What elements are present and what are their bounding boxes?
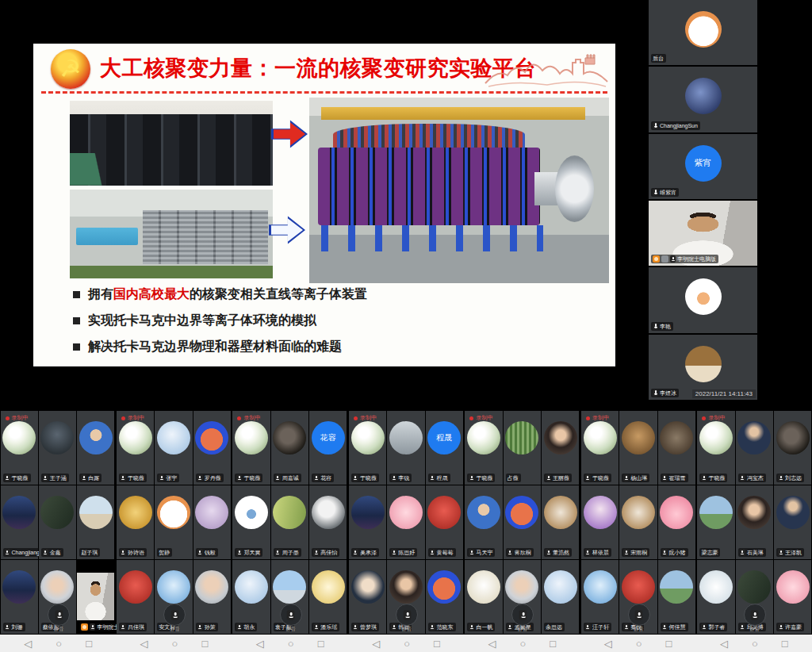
participant-tile[interactable]: 周子墨 bbox=[271, 485, 308, 559]
participant-name-chip: 李煜冰 bbox=[651, 389, 679, 397]
recents-icon[interactable]: □ bbox=[86, 638, 92, 650]
home-icon[interactable]: ○ bbox=[636, 638, 642, 650]
participant-tile[interactable]: 王泽凯 bbox=[774, 485, 811, 559]
participant-tile[interactable]: 周嘉诚 bbox=[271, 411, 308, 485]
participant-tile[interactable]: 刘珊 bbox=[1, 560, 38, 634]
back-icon[interactable]: ◁ bbox=[24, 638, 32, 650]
participant-tile[interactable]: 林依晨 bbox=[581, 485, 619, 559]
participant-tile[interactable]: 汪子轩 bbox=[581, 560, 619, 634]
participant-tile[interactable]: 李锐 bbox=[387, 411, 424, 485]
home-icon[interactable]: ○ bbox=[519, 638, 526, 650]
back-icon[interactable]: ◁ bbox=[140, 638, 148, 650]
participant-tile[interactable]: 李明院士电脑… bbox=[77, 560, 114, 634]
mute-button[interactable]: 静音 bbox=[280, 604, 302, 626]
participant-tile[interactable]: 霍瑞雪 bbox=[658, 411, 695, 485]
participant-tile[interactable]: ChangjiangSun bbox=[1, 485, 38, 559]
sidebar-participant-tile[interactable]: 紫宵维紫宵 bbox=[649, 134, 757, 199]
participant-tile[interactable]: 冯宝杰 bbox=[736, 411, 773, 485]
recents-icon[interactable]: □ bbox=[434, 638, 440, 650]
participant-tile[interactable]: 程晟程晟 bbox=[426, 411, 463, 485]
participant-tile[interactable]: 录制中于晓薇 bbox=[697, 411, 734, 485]
participant-tile[interactable]: 刘志远 bbox=[774, 411, 811, 485]
recents-icon[interactable]: □ bbox=[550, 638, 556, 650]
participant-tile[interactable]: 录制中于晓薇 bbox=[1, 411, 38, 485]
recents-icon[interactable]: □ bbox=[201, 638, 208, 650]
bullet-item: 拥有国内高校最大的核聚变相关直线等离子体装置 bbox=[73, 286, 367, 303]
participant-name-chip: 王子涵 bbox=[41, 474, 69, 482]
participant-tile[interactable]: 石美琳 bbox=[736, 485, 773, 559]
recents-icon[interactable]: □ bbox=[666, 638, 672, 650]
sidebar-participant-tile[interactable]: ChangjiangSun bbox=[649, 67, 757, 132]
participant-tile[interactable]: 金鑫 bbox=[39, 485, 76, 559]
participant-tile[interactable]: 黄莓莓 bbox=[426, 485, 463, 559]
recording-badge: 录制中 bbox=[702, 414, 725, 422]
recents-icon[interactable]: □ bbox=[782, 638, 788, 650]
participant-tile[interactable]: 录制中于晓薇 bbox=[581, 411, 619, 485]
sidebar-participant-tile[interactable]: 李明院士电脑版 bbox=[649, 201, 757, 266]
back-icon[interactable]: ◁ bbox=[256, 638, 264, 650]
participant-tile[interactable]: 阮小猪 bbox=[658, 485, 695, 559]
back-icon[interactable]: ◁ bbox=[488, 638, 496, 650]
participant-tile[interactable]: 录制中于晓薇 bbox=[117, 411, 154, 485]
participant-tile[interactable]: 陈思妤 bbox=[387, 485, 424, 559]
home-icon[interactable]: ○ bbox=[288, 638, 294, 650]
participant-tile[interactable]: 王丽薇 bbox=[542, 411, 579, 485]
skypeople-avatar bbox=[273, 570, 306, 604]
sidebar-participant-tile[interactable]: 李艳 bbox=[649, 267, 757, 332]
home-icon[interactable]: ○ bbox=[752, 638, 758, 650]
participant-tile[interactable]: 高佳怡 bbox=[309, 485, 347, 559]
participant-tile[interactable]: 贺静 bbox=[155, 485, 192, 559]
participant-tile[interactable]: 宋雨桐 bbox=[619, 485, 657, 559]
participant-tile[interactable]: 梁志豪 bbox=[697, 485, 734, 559]
participant-tile[interactable]: 录制中于晓薇 bbox=[465, 411, 502, 485]
participant-name: 刘珊 bbox=[12, 623, 23, 631]
participant-tile[interactable]: 罗丹薇 bbox=[193, 411, 231, 485]
participant-tile[interactable]: 董浩然 bbox=[542, 485, 579, 559]
participant-tile[interactable]: 录制中于晓薇 bbox=[232, 411, 270, 485]
participant-tile[interactable]: 录制中于晓薇 bbox=[349, 411, 386, 485]
home-icon[interactable]: ○ bbox=[172, 638, 178, 650]
participant-tile[interactable]: 何佳慧 bbox=[658, 560, 695, 634]
sidebar-participant-tile[interactable]: 李煜冰2022/11/21 14:11:43 bbox=[649, 335, 757, 400]
participant-gallery: 录制中于晓薇王子涵白露录制中于晓薇张宇罗丹薇录制中于晓薇周嘉诚花容花容录制中于晓… bbox=[0, 411, 812, 635]
participant-tile[interactable]: 张宇 bbox=[155, 411, 192, 485]
citynight-avatar bbox=[2, 496, 36, 529]
participant-tile[interactable]: 余思远 bbox=[542, 560, 579, 634]
back-icon[interactable]: ◁ bbox=[372, 638, 380, 650]
mute-button[interactable]: 静音 bbox=[396, 604, 418, 626]
home-icon[interactable]: ○ bbox=[404, 638, 410, 650]
participant-tile[interactable]: 郭子睿 bbox=[697, 560, 734, 634]
flower-avatar bbox=[351, 421, 385, 454]
participant-tile[interactable]: 曾梦琪 bbox=[349, 560, 386, 634]
participant-tile[interactable]: 赵子琪 bbox=[77, 485, 114, 559]
mute-button[interactable]: 静音 bbox=[628, 604, 650, 626]
participant-tile[interactable]: 许嘉豪 bbox=[774, 560, 811, 634]
participant-tile[interactable]: 吕佳琪 bbox=[117, 560, 154, 634]
sidebar-participant-tile[interactable]: 后台 bbox=[649, 0, 757, 65]
participant-tile[interactable]: 孙诗语 bbox=[117, 485, 154, 559]
participant-tile[interactable]: 钱毅 bbox=[193, 485, 231, 559]
mute-button[interactable]: 静音 bbox=[744, 604, 766, 626]
recents-icon[interactable]: □ bbox=[318, 638, 324, 650]
participant-tile[interactable]: 胡永 bbox=[232, 560, 270, 634]
back-icon[interactable]: ◁ bbox=[604, 638, 612, 650]
mic-icon bbox=[751, 610, 759, 620]
back-icon[interactable]: ◁ bbox=[720, 638, 728, 650]
participant-tile[interactable]: 花容花容 bbox=[309, 411, 347, 485]
participant-tile[interactable]: 王子涵 bbox=[39, 411, 76, 485]
participant-tile[interactable]: 郑天翼 bbox=[232, 485, 270, 559]
participant-name: 郭子睿 bbox=[708, 623, 725, 631]
participant-tile[interactable]: 范晓东 bbox=[426, 560, 463, 634]
participant-tile[interactable]: 蒋欣桐 bbox=[504, 485, 541, 559]
participant-tile[interactable]: 白露 bbox=[77, 411, 114, 485]
participant-tile[interactable]: 孙策 bbox=[193, 560, 231, 634]
participant-tile[interactable]: 马天宇 bbox=[465, 485, 502, 559]
participant-tile[interactable]: 白一帆 bbox=[465, 560, 502, 634]
home-icon[interactable]: ○ bbox=[56, 638, 62, 650]
participant-tile[interactable]: 吴承泽 bbox=[349, 485, 386, 559]
participant-tile[interactable]: 潘乐瑶 bbox=[309, 560, 347, 634]
mute-button[interactable]: 静音 bbox=[48, 604, 70, 626]
participant-tile[interactable]: 占薇 bbox=[504, 411, 541, 485]
participant-name: 马天宇 bbox=[476, 549, 492, 556]
participant-tile[interactable]: 杨山琳 bbox=[619, 411, 657, 485]
